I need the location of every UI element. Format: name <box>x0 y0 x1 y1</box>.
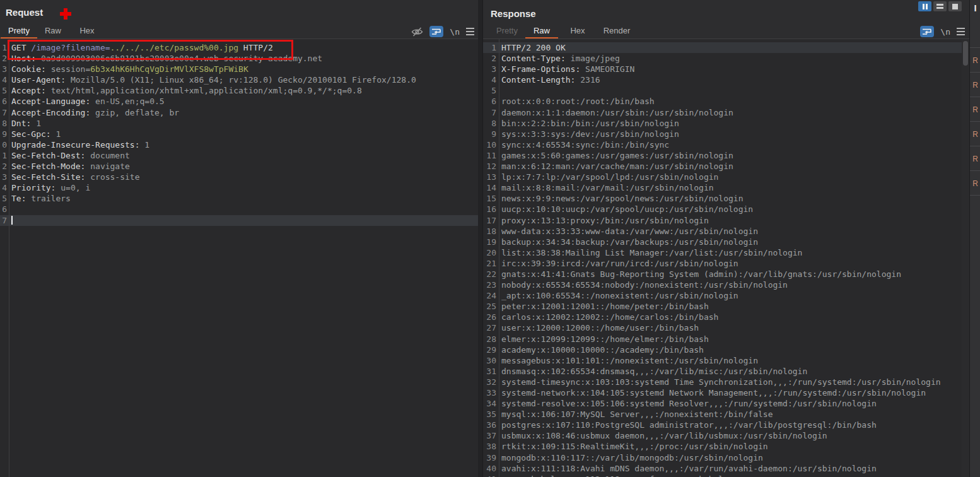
editor-line[interactable]: 3X-Frame-Options: SAMEORIGIN <box>483 64 970 74</box>
editor-line[interactable]: 11games:x:5:60:games:/usr/games:/usr/sbi… <box>483 150 970 161</box>
editor-line[interactable]: 7 <box>0 215 478 226</box>
editor-line[interactable]: 16uucp:x:10:10:uucp:/var/spool/uucp:/usr… <box>483 204 970 215</box>
editor-line[interactable]: 28elmer:x:12099:12099::/home/elmer:/bin/… <box>483 334 970 344</box>
request-toolbar: \n <box>411 25 474 38</box>
editor-line[interactable]: 40avahi:x:111:118:Avahi mDNS daemon,,,:/… <box>483 463 970 474</box>
editor-line[interactable]: 1HTTP/2 200 OK <box>483 42 970 53</box>
editor-line[interactable]: 39mongodb:x:110:117::/var/lib/mongodb:/u… <box>483 452 970 463</box>
request-tab-raw[interactable]: Raw <box>40 24 66 37</box>
response-tab-hex[interactable]: Hex <box>562 24 593 37</box>
editor-line[interactable]: 18www-data:x:33:33:www-data:/var/www:/us… <box>483 226 970 237</box>
editor-line[interactable]: 2Host: 0a9d009903006e6b8191bc28003e00e4.… <box>0 53 478 64</box>
inspector-section-tab[interactable]: R <box>970 146 980 171</box>
editor-line[interactable]: 29academy:x:10000:10000::/academy:/bin/b… <box>483 344 970 355</box>
editor-line[interactable]: 36postgres:x:107:110:PostgreSQL administ… <box>483 420 970 430</box>
response-tab-pretty[interactable]: Pretty <box>489 24 525 37</box>
editor-line[interactable]: 4Priority: u=0, i <box>0 182 478 193</box>
line-number: 14 <box>483 182 499 193</box>
editor-line[interactable]: 6 <box>0 204 478 215</box>
editor-line[interactable]: 25peter:x:12001:12001::/home/peter:/bin/… <box>483 301 970 312</box>
editor-line[interactable]: 30messagebus:x:101:101::/nonexistent:/us… <box>483 355 970 366</box>
newline-toggle[interactable]: \n <box>450 27 460 37</box>
line-number: 33 <box>483 387 499 398</box>
editor-line[interactable]: 9Sec-Gpc: 1 <box>0 129 478 139</box>
editor-line[interactable]: 5Te: trailers <box>0 193 478 204</box>
editor-line[interactable]: 13lp:x:7:7:lp:/var/spool/lpd:/usr/sbin/n… <box>483 172 970 182</box>
line-number: 19 <box>483 237 499 247</box>
editor-line[interactable]: 1GET /image?filename=../../../etc/passwd… <box>0 42 478 53</box>
request-editor[interactable]: 1GET /image?filename=../../../etc/passwd… <box>0 39 478 477</box>
inspector-section-letter: R <box>972 56 978 65</box>
word-wrap-icon[interactable] <box>429 26 443 37</box>
gutter-separator <box>499 39 499 477</box>
editor-line[interactable]: 14mail:x:8:8:mail:/var/mail:/usr/sbin/no… <box>483 182 970 193</box>
editor-line[interactable]: 24_apt:x:100:65534::/nonexistent:/usr/sb… <box>483 290 970 301</box>
editor-line[interactable]: 26carlos:x:12002:12002::/home/carlos:/bi… <box>483 312 970 322</box>
inspector-section-tab[interactable]: R <box>970 97 980 122</box>
response-panel-title: Response <box>491 8 536 19</box>
columns-layout-button[interactable] <box>918 1 931 11</box>
editor-line[interactable]: 35mysql:x:106:107:MySQL Server,,,:/nonex… <box>483 409 970 420</box>
rows-layout-button[interactable] <box>933 1 947 11</box>
editor-line[interactable]: 2Sec-Fetch-Mode: navigate <box>0 161 478 172</box>
editor-line[interactable]: 3Cookie: session=6b3x4hK6HhCqVgDirMVlXFS… <box>0 64 478 74</box>
editor-line[interactable]: 7Accept-Encoding: gzip, deflate, br <box>0 107 478 118</box>
editor-line[interactable]: 32systemd-timesync:x:103:103:systemd Tim… <box>483 377 970 387</box>
line-number: 5 <box>0 85 9 96</box>
request-tab-hex[interactable]: Hex <box>74 24 100 37</box>
word-wrap-icon[interactable] <box>920 26 934 37</box>
editor-line[interactable]: 19backup:x:34:34:backup:/var/backups:/us… <box>483 237 970 247</box>
line-number: 4 <box>483 74 499 85</box>
inspector-collapsed-sidebar[interactable]: I RRRRRR <box>969 0 980 477</box>
editor-line[interactable]: 8Dnt: 1 <box>0 118 478 129</box>
scrollbar-thumb[interactable] <box>963 41 968 66</box>
editor-line[interactable]: 23nobody:x:65534:65534:nobody:/nonexiste… <box>483 280 970 290</box>
inspector-section-tab[interactable]: R <box>970 72 980 97</box>
editor-line[interactable]: 21irc:x:39:39:ircd:/var/run/ircd:/usr/sb… <box>483 258 970 269</box>
single-pane-layout-button[interactable] <box>948 1 962 11</box>
editor-line[interactable]: 7daemon:x:1:1:daemon:/usr/sbin:/usr/sbin… <box>483 107 970 118</box>
editor-line[interactable]: 0Upgrade-Insecure-Requests: 1 <box>0 139 478 150</box>
editor-line[interactable]: 10sync:x:4:65534:sync:/bin:/bin/sync <box>483 139 970 150</box>
editor-line[interactable]: 8bin:x:2:2:bin:/bin:/usr/sbin/nologin <box>483 118 970 129</box>
editor-line[interactable]: 37usbmux:x:108:46:usbmux daemon,,,:/var/… <box>483 430 970 441</box>
editor-line[interactable]: 20list:x:38:38:Mailing List Manager:/var… <box>483 247 970 258</box>
editor-line[interactable]: 22gnats:x:41:41:Gnats Bug-Reporting Syst… <box>483 269 970 280</box>
editor-line[interactable]: 6root:x:0:0:root:/root:/bin/bash <box>483 96 970 107</box>
inspector-section-tab[interactable]: R <box>970 121 980 146</box>
red-plus-annotation-icon <box>60 8 71 20</box>
menu-icon[interactable] <box>466 28 474 35</box>
response-tab-raw[interactable]: Raw <box>525 24 558 38</box>
eye-off-icon[interactable] <box>411 26 423 37</box>
editor-line[interactable]: 9sys:x:3:3:sys:/dev:/usr/sbin/nologin <box>483 129 970 139</box>
editor-line[interactable]: 33systemd-network:x:104:105:systemd Netw… <box>483 387 970 398</box>
newline-toggle[interactable]: \n <box>940 27 950 37</box>
inspector-section-letter: R <box>972 130 978 139</box>
editor-line[interactable]: 3Sec-Fetch-Site: cross-site <box>0 172 478 182</box>
editor-line[interactable]: 4User-Agent: Mozilla/5.0 (X11; Linux x86… <box>0 74 478 85</box>
line-number: 6 <box>483 96 499 107</box>
editor-line[interactable]: 31dnsmasq:x:102:65534:dnsmasq,,,:/var/li… <box>483 366 970 377</box>
editor-line[interactable]: 2Content-Type: image/jpeg <box>483 53 970 64</box>
inspector-section-tab[interactable]: R <box>970 47 980 73</box>
response-tab-render[interactable]: Render <box>597 24 636 37</box>
editor-line[interactable]: 1Sec-Fetch-Dest: document <box>0 150 478 161</box>
editor-line[interactable]: 41cups-pk-helper:x:112:119:user for cups… <box>483 474 970 477</box>
inspector-section-tab[interactable]: R <box>970 170 980 196</box>
editor-line[interactable]: 12man:x:6:12:man:/var/cache/man:/usr/sbi… <box>483 161 970 172</box>
menu-icon[interactable] <box>957 28 965 35</box>
editor-line[interactable]: 5 <box>483 85 970 96</box>
editor-line[interactable]: 17proxy:x:13:13:proxy:/bin:/usr/sbin/nol… <box>483 215 970 226</box>
request-tab-pretty[interactable]: Pretty <box>1 24 37 38</box>
editor-line[interactable]: 6Accept-Language: en-US,en;q=0.5 <box>0 96 478 107</box>
editor-line[interactable]: 15news:x:9:9:news:/var/spool/news:/usr/s… <box>483 193 970 204</box>
editor-line[interactable]: 5Accept: text/html,application/xhtml+xml… <box>0 85 478 96</box>
editor-line[interactable]: 38rtkit:x:109:115:RealtimeKit,,,:/proc:/… <box>483 441 970 452</box>
editor-line[interactable]: 4Content-Length: 2316 <box>483 74 970 85</box>
editor-line[interactable]: 27user:x:12000:12000::/home/user:/bin/ba… <box>483 322 970 333</box>
line-number: 26 <box>483 312 499 322</box>
response-toolbar: \n <box>920 25 965 38</box>
response-editor[interactable]: 1HTTP/2 200 OK2Content-Type: image/jpeg3… <box>483 39 970 477</box>
line-number: 7 <box>0 107 9 118</box>
editor-line[interactable]: 34systemd-resolve:x:105:106:systemd Reso… <box>483 398 970 409</box>
